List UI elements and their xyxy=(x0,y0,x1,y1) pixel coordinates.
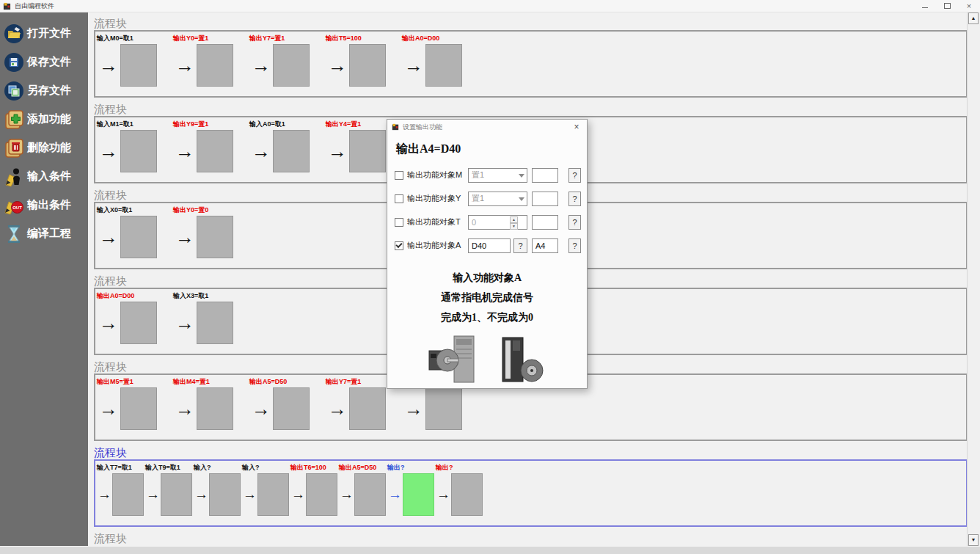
sidebar-item-5[interactable]: 删除功能 xyxy=(0,134,88,162)
sidebar-item-label: 保存文件 xyxy=(27,55,71,69)
output-value-select[interactable]: 置1 xyxy=(468,168,527,183)
flow-arrow-icon: → xyxy=(326,129,349,173)
close-button[interactable]: × xyxy=(958,0,980,12)
section-title: 流程块 xyxy=(94,532,968,545)
checkbox[interactable] xyxy=(395,171,403,180)
flow-block[interactable] xyxy=(197,302,233,344)
flow-block[interactable] xyxy=(306,473,337,516)
sidebar-item-label: 添加功能 xyxy=(27,112,71,126)
flow-arrow-icon: → xyxy=(97,43,120,87)
flow-unit: 输出T6=100→ xyxy=(290,462,339,517)
section-title: 流程块 xyxy=(94,103,968,116)
data-register-field[interactable]: D40 xyxy=(468,238,511,253)
sidebar-item-1[interactable]: 打开文件 xyxy=(0,19,88,48)
dialog-row-Y: 输出功能对象Y置1? xyxy=(395,191,581,206)
dialog-close-icon[interactable]: × xyxy=(571,122,582,132)
help-button[interactable]: ? xyxy=(513,238,527,253)
timer-value-spinner[interactable]: 0▲▼ xyxy=(468,215,527,230)
unit-label: 输出Y0=置1 xyxy=(173,34,249,43)
flow-arrow-icon: → xyxy=(249,129,273,173)
scroll-up-button[interactable]: ▲ xyxy=(968,12,979,24)
flow-arrow-icon: → xyxy=(194,473,209,517)
scroll-down-button[interactable]: ▼ xyxy=(968,534,979,546)
window-title: 自由编程软件 xyxy=(15,1,54,11)
extra-value-field[interactable] xyxy=(532,192,558,206)
extra-value-field[interactable] xyxy=(532,215,558,230)
flow-block[interactable] xyxy=(354,473,386,516)
minimize-button[interactable] xyxy=(914,0,936,12)
unit-label: 输出A0=D00 xyxy=(402,34,478,43)
output-value-select[interactable]: 置1 xyxy=(468,192,527,206)
flow-arrow-icon: → xyxy=(97,301,120,345)
extra-value-field[interactable] xyxy=(532,168,558,183)
axis-field[interactable]: A4 xyxy=(532,238,558,253)
flow-arrow-icon: → xyxy=(290,473,306,517)
spinner-up-icon[interactable]: ▲ xyxy=(510,216,518,223)
unit-label: 输出A5=D50 xyxy=(249,377,326,386)
dialog-row-label: 输出功能对象A xyxy=(407,240,468,251)
flow-block[interactable] xyxy=(120,387,157,430)
dialog-row-T: 输出功能对象T0▲▼? xyxy=(395,214,581,230)
unit-label: 输入M0=取1 xyxy=(97,34,173,43)
spinner-down-icon[interactable]: ▼ xyxy=(510,223,518,230)
flow-block[interactable] xyxy=(349,387,386,430)
help-button[interactable]: ? xyxy=(568,192,581,206)
unit-label: 输入T7=取1 xyxy=(97,463,145,472)
flow-block[interactable] xyxy=(273,130,310,172)
checkbox[interactable] xyxy=(395,194,403,203)
flow-block[interactable] xyxy=(197,44,233,87)
sidebar-item-7[interactable]: OUT输出条件 xyxy=(0,191,88,219)
sidebar-item-6[interactable]: 输入条件 xyxy=(0,162,88,191)
flow-block[interactable] xyxy=(197,130,233,172)
flow-block[interactable] xyxy=(120,302,157,344)
section-title: 流程块 xyxy=(94,446,968,459)
compile-project-icon xyxy=(4,224,24,244)
flow-block[interactable] xyxy=(273,387,310,430)
sidebar-item-4[interactable]: 添加功能 xyxy=(0,105,88,134)
flow-block[interactable] xyxy=(273,44,310,87)
flow-unit: 输出A0=D00→ xyxy=(402,33,478,88)
help-button[interactable]: ? xyxy=(568,215,581,230)
checkbox-checked[interactable] xyxy=(395,241,403,250)
help-button[interactable]: ? xyxy=(568,238,581,253)
flow-block[interactable] xyxy=(161,473,192,516)
help-button[interactable]: ? xyxy=(568,168,581,183)
flow-block[interactable] xyxy=(257,473,289,516)
flow-block-active[interactable] xyxy=(403,473,434,516)
sidebar-item-label: 删除功能 xyxy=(27,141,71,155)
unit-label: 输出A5=D50 xyxy=(339,463,387,472)
flow-block[interactable] xyxy=(120,130,157,172)
flow-block[interactable] xyxy=(112,473,144,516)
flow-block[interactable] xyxy=(197,387,233,430)
flow-block[interactable] xyxy=(197,216,233,258)
open-file-icon xyxy=(4,23,24,44)
sidebar-item-label: 打开文件 xyxy=(27,26,71,40)
output-condition-icon: OUT xyxy=(4,195,24,216)
flow-unit: 输出Y0=置1→ xyxy=(173,33,249,88)
flow-block[interactable] xyxy=(349,44,386,87)
flow-unit: 输入M1=取1→ xyxy=(97,119,173,174)
sidebar-item-3[interactable]: 另存文件 xyxy=(0,76,88,105)
input-condition-icon xyxy=(4,167,24,187)
sidebar-item-8[interactable]: 编译工程 xyxy=(0,219,88,248)
flow-block[interactable] xyxy=(425,44,462,87)
chevron-down-icon xyxy=(519,174,524,178)
maximize-button[interactable] xyxy=(936,0,958,12)
flow-block[interactable] xyxy=(451,473,483,516)
flow-container: 输入M0=取1→输出Y0=置1→输出Y7=置1→输出T5=100→输出A0=D0… xyxy=(94,30,968,98)
checkbox[interactable] xyxy=(395,218,403,227)
dialog-titlebar[interactable]: 设置输出功能 × xyxy=(387,120,587,134)
vertical-scrollbar[interactable]: ▲ ▼ xyxy=(967,12,980,547)
flow-block[interactable] xyxy=(349,130,386,172)
flow-block[interactable] xyxy=(120,216,157,258)
flow-block[interactable] xyxy=(209,473,241,516)
sidebar-item-2[interactable]: 保存文件 xyxy=(0,48,88,76)
add-function-icon xyxy=(4,109,24,130)
flow-block[interactable] xyxy=(120,44,157,87)
close-icon: × xyxy=(967,1,971,10)
sidebar-item-label: 另存文件 xyxy=(27,84,71,98)
unit-label: 输出? xyxy=(436,463,484,472)
minimize-icon xyxy=(922,7,928,8)
flow-unit: 输出Y0=置0→ xyxy=(173,205,249,260)
flow-block[interactable] xyxy=(425,387,462,430)
